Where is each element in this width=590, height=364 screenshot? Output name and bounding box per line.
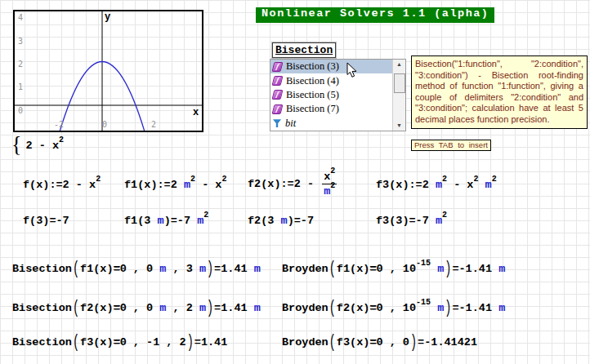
math-def-f2[interactable]: f2(x):=2 - x2m2 bbox=[248, 171, 338, 198]
autocomplete-item-label: Bisection (3) bbox=[286, 60, 339, 73]
y-tick-label: 3 bbox=[18, 38, 23, 46]
y-tick-label: 1 bbox=[18, 83, 23, 91]
scroll-up-icon[interactable]: ▲ bbox=[396, 61, 402, 68]
tab-insert-hint: Press TAB to insert bbox=[411, 140, 491, 151]
math-bisection-f3[interactable]: Bisection(f3(x)=0 , -1 , 2)=1.41 bbox=[12, 336, 227, 348]
scroll-thumb[interactable] bbox=[394, 73, 405, 93]
plot-expression-formula: 2 - x2 bbox=[25, 140, 64, 152]
workspace: { "title": { "text": "Nonlinear Solvers … bbox=[0, 0, 590, 364]
autocomplete-item[interactable]: bit bbox=[270, 117, 392, 131]
plot-expression[interactable]: { 2 - x2 bbox=[11, 133, 64, 158]
x-axis-letter: x bbox=[193, 108, 199, 118]
math-bisection-f1[interactable]: Bisection(f1(x)=0 , 0 m , 3 m)=1.41 m bbox=[12, 263, 261, 275]
scroll-down-icon[interactable]: ▼ bbox=[396, 122, 402, 129]
function-icon: f bbox=[272, 90, 284, 100]
brace-glyph: { bbox=[11, 132, 21, 158]
x-tick-label: 2 bbox=[151, 121, 156, 129]
plot-canvas bbox=[15, 11, 202, 131]
autocomplete-item[interactable]: fBisection (5) bbox=[270, 88, 392, 102]
autocomplete-item-label: Bisection (5) bbox=[286, 89, 339, 101]
math-def-f[interactable]: f(x):=2 - x2 bbox=[23, 179, 101, 191]
autocomplete-item[interactable]: fBisection (4) bbox=[270, 73, 392, 87]
autocomplete-item-label: bit bbox=[285, 118, 296, 130]
y-tick-label: 4 bbox=[18, 14, 23, 22]
autocomplete-item-label: Bisection (4) bbox=[286, 75, 339, 87]
function-icon: f bbox=[272, 104, 284, 114]
math-broyden-f1[interactable]: Broyden(f1(x)=0 , 10-15 m)=-1.41 m bbox=[282, 263, 505, 275]
dropdown-scrollbar[interactable]: ▲ ▼ bbox=[392, 60, 405, 131]
autocomplete-item-label: Bisection (7) bbox=[286, 103, 339, 115]
mouse-cursor bbox=[346, 62, 358, 78]
math-bisection-f2[interactable]: Bisection(f2(x)=0 , 0 m , 2 m)=1.41 m bbox=[12, 302, 261, 314]
function-name-input[interactable]: Bisection bbox=[272, 42, 336, 58]
autocomplete-item[interactable]: fBisection (7) bbox=[270, 102, 392, 116]
math-def-f3[interactable]: f3(x):=2 m2 - x2 m2 bbox=[376, 179, 497, 191]
math-def-f1[interactable]: f1(x):=2 m2 - x2 bbox=[124, 179, 226, 191]
autocomplete-item[interactable]: fBisection (3) bbox=[270, 60, 392, 73]
math-broyden-f2[interactable]: Broyden(f2(x)=0 , 10-15 m)=-1.41 m bbox=[282, 302, 505, 314]
math-eval-f2[interactable]: f2(3 m)=-7 bbox=[248, 215, 314, 227]
y-tick-label: 2 bbox=[18, 60, 23, 69]
x-tick-label: 0 bbox=[102, 121, 107, 129]
function-description-tooltip: Bisection("1:function", "2:condition", "… bbox=[411, 55, 588, 129]
math-eval-f1[interactable]: f1(3 m)=-7 m2 bbox=[124, 215, 208, 227]
filter-icon bbox=[273, 119, 281, 127]
function-icon: f bbox=[272, 76, 284, 86]
y-tick-label: 0 bbox=[18, 107, 23, 115]
math-broyden-f3[interactable]: Broyden(f3(x)=0 , 0)=-1.41421 bbox=[282, 336, 477, 348]
app-title-banner[interactable]: Nonlinear Solvers 1.1 (alpha) bbox=[256, 7, 494, 23]
plot-region[interactable]: 4 3 2 1 0 -2 0 2 y x bbox=[13, 10, 203, 132]
y-axis-letter: y bbox=[105, 12, 110, 22]
math-eval-f[interactable]: f(3)=-7 bbox=[23, 215, 69, 227]
x-tick-label: -2 bbox=[54, 121, 64, 129]
math-eval-f3[interactable]: f3(3)=-7 m2 bbox=[376, 215, 447, 227]
autocomplete-list: fBisection (3)fBisection (4)fBisection (… bbox=[270, 60, 392, 131]
autocomplete-dropdown: fBisection (3)fBisection (4)fBisection (… bbox=[270, 59, 406, 131]
function-icon: f bbox=[272, 62, 284, 72]
